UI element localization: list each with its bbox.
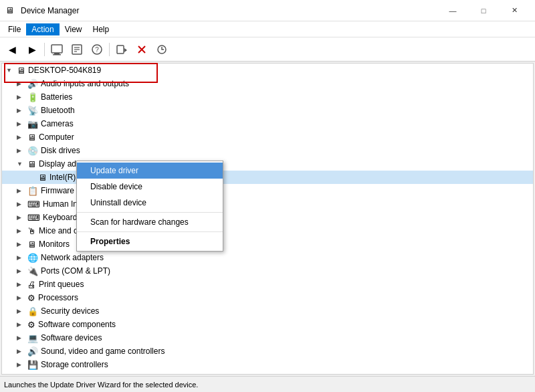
tree-item-icon: 📋: [27, 186, 38, 196]
tree-expand-arrow: ▶: [17, 348, 27, 355]
toolbar-back[interactable]: ◀: [3, 40, 21, 59]
window-controls: — □ ✕: [437, 0, 530, 21]
tree-expand-arrow: ▶: [17, 294, 27, 301]
tree-expand-arrow: ▶: [17, 334, 27, 341]
tree-expand-arrow: ▶: [17, 321, 27, 328]
tree-expand-arrow: ▶: [17, 94, 27, 100]
tree-item-icon: 🔊: [27, 79, 38, 89]
tree-item-icon: 🔊: [27, 347, 38, 357]
tree-expand-arrow: ▶: [17, 120, 27, 127]
toolbar: ◀ ▶ ?: [0, 37, 535, 62]
close-button[interactable]: ✕: [499, 0, 530, 21]
menu-file[interactable]: File: [3, 23, 26, 35]
svg-rect-0: [51, 45, 62, 53]
toolbar-device-manager[interactable]: [47, 40, 66, 59]
title-bar: 🖥 Device Manager — □ ✕: [0, 0, 535, 21]
svg-rect-9: [117, 45, 124, 54]
tree-expand-arrow: ▶: [17, 241, 27, 248]
tree-item-icon: 💾: [27, 360, 38, 370]
tree-item-label: Software devices: [41, 333, 102, 342]
tree-item-icon: 🌐: [27, 253, 38, 263]
tree-item[interactable]: ▶💿Disk drives: [2, 144, 533, 157]
tree-item-icon: 🖥: [38, 173, 47, 183]
title-bar-left: 🖥 Device Manager: [5, 5, 79, 15]
tree-item[interactable]: ▶💻Software devices: [2, 331, 533, 345]
tree-item-icon: ⚙: [27, 293, 35, 303]
tree-item[interactable]: ▶⚙Processors: [2, 291, 533, 304]
tree-item-icon: 🖥: [27, 132, 36, 142]
context-menu-separator: [77, 212, 223, 213]
context-menu-item-properties[interactable]: Properties: [77, 233, 223, 250]
tree-item[interactable]: ▶🖨Print queues: [2, 278, 533, 291]
tree-item-icon: 🔌: [27, 266, 38, 276]
tree-item-label: Processors: [38, 293, 78, 302]
tree-item-label: Batteries: [41, 92, 72, 102]
context-menu-item-update-driver[interactable]: Update driver: [77, 163, 223, 179]
svg-rect-2: [53, 54, 61, 56]
tree-item-label: Disk drives: [41, 146, 80, 155]
tree-item[interactable]: ▶🔒Security devices: [2, 304, 533, 318]
tree-expand-arrow: ▶: [17, 107, 27, 114]
toolbar-sep-1: [44, 43, 45, 56]
tree-item-label: Network adapters: [41, 253, 104, 262]
tree-item-icon: ⌨: [27, 213, 40, 223]
tree-item[interactable]: ▶🔌Ports (COM & LPT): [2, 264, 533, 278]
tree-item[interactable]: ▶📡Bluetooth: [2, 104, 533, 117]
context-menu-item-uninstall-device[interactable]: Uninstall device: [77, 195, 223, 211]
toolbar-forward[interactable]: ▶: [23, 40, 41, 59]
tree-item-label: Sound, video and game controllers: [41, 347, 165, 356]
toolbar-uninstall[interactable]: [132, 40, 151, 59]
tree-item-label: Firmware: [41, 186, 74, 195]
status-bar: Launches the Update Driver Wizard for th…: [0, 376, 535, 392]
svg-marker-10: [124, 48, 127, 52]
toolbar-help[interactable]: ?: [88, 40, 106, 59]
tree-item-icon: 🔋: [27, 92, 38, 102]
tree-item[interactable]: ▶🌐Network adapters: [2, 251, 533, 264]
root-arrow: ▼: [6, 67, 17, 74]
tree-item-icon: 🖥: [27, 373, 36, 375]
menu-view[interactable]: View: [60, 23, 88, 35]
tree-expand-arrow: ▶: [17, 254, 27, 261]
tree-root[interactable]: ▼ 🖥 DESKTOP-504K819: [2, 64, 533, 77]
tree-item[interactable]: ▶🔊Audio inputs and outputs: [2, 77, 533, 90]
menu-help[interactable]: Help: [88, 23, 115, 35]
tree-item-icon: ⚙: [27, 320, 35, 330]
tree-expand-arrow: ▶: [17, 361, 27, 368]
tree-item-label: Ports (COM & LPT): [41, 266, 110, 276]
tree-item[interactable]: ▶🖥System devices: [2, 371, 533, 375]
tree-item[interactable]: ▶🔊Sound, video and game controllers: [2, 345, 533, 358]
svg-rect-1: [54, 53, 60, 54]
menu-action[interactable]: Action: [26, 23, 59, 35]
tree-item-icon: 🖨: [27, 280, 36, 290]
tree-item-icon: 🖥: [27, 239, 36, 250]
tree-item-label: Monitors: [39, 239, 70, 249]
tree-item-label: Security devices: [41, 306, 99, 316]
context-menu: Update driverDisable deviceUninstall dev…: [76, 161, 223, 252]
tree-expand-arrow: ▶: [17, 134, 27, 140]
tree-expand-arrow: ▶: [17, 281, 27, 288]
tree-item-label: System devices: [39, 373, 95, 375]
minimize-button[interactable]: —: [437, 0, 468, 21]
tree-item-icon: 🖥: [27, 159, 36, 169]
toolbar-sep-2: [109, 43, 110, 56]
tree-expand-arrow: ▶: [17, 227, 27, 234]
root-icon: 🖥: [17, 66, 25, 76]
toolbar-properties[interactable]: [68, 40, 86, 59]
tree-item[interactable]: ▶💾Storage controllers: [2, 358, 533, 371]
tree-item[interactable]: ▶📷Cameras: [2, 117, 533, 130]
toolbar-update[interactable]: [152, 40, 171, 59]
tree-expand-arrow: ▶: [17, 268, 27, 274]
toolbar-scan[interactable]: [112, 40, 131, 59]
tree-item[interactable]: ▶🔋Batteries: [2, 90, 533, 104]
tree-item[interactable]: ▶⚙Software components: [2, 318, 533, 331]
tree-item-label: Keyboards: [43, 213, 81, 222]
maximize-button[interactable]: □: [468, 0, 499, 21]
tree-item-label: Computer: [39, 132, 74, 142]
tree-item-icon: 💻: [27, 333, 38, 343]
context-menu-item-disable-device[interactable]: Disable device: [77, 179, 223, 195]
tree-item-label: Print queues: [39, 280, 84, 289]
context-menu-item-scan-for-hardware-changes[interactable]: Scan for hardware changes: [77, 214, 223, 230]
tree-item-label: Storage controllers: [41, 360, 108, 369]
tree-expand-arrow: ▶: [17, 80, 27, 87]
tree-item[interactable]: ▶🖥Computer: [2, 130, 533, 144]
